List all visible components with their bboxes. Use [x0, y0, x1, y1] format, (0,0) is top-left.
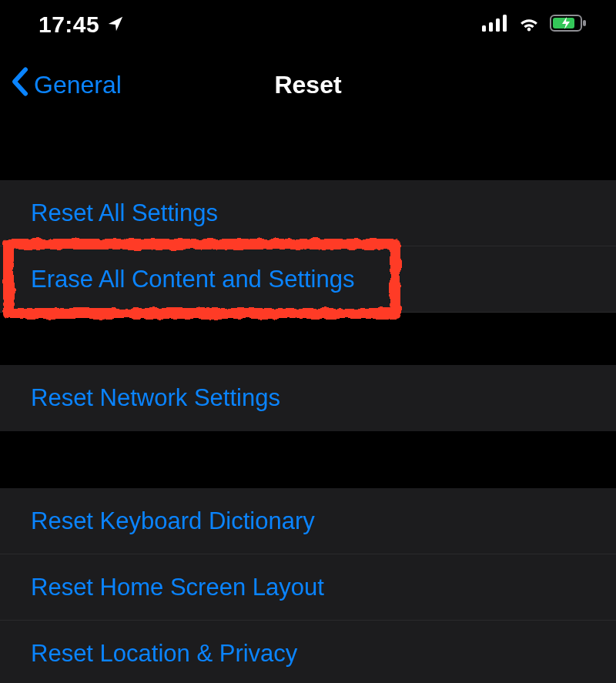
- reset-home-screen-row[interactable]: Reset Home Screen Layout: [0, 554, 616, 621]
- wifi-icon: [517, 15, 541, 35]
- status-bar: 17:45: [0, 0, 616, 49]
- erase-all-content-row[interactable]: Erase All Content and Settings: [0, 246, 616, 313]
- svg-rect-2: [496, 18, 500, 32]
- settings-list: Reset All Settings Erase All Content and…: [0, 120, 616, 683]
- row-label: Reset Network Settings: [31, 384, 280, 412]
- navigation-bar: General Reset: [0, 49, 616, 120]
- row-label: Reset Home Screen Layout: [31, 574, 324, 601]
- svg-rect-0: [482, 25, 486, 32]
- svg-rect-6: [583, 20, 586, 26]
- back-label: General: [34, 71, 122, 99]
- reset-location-privacy-row[interactable]: Reset Location & Privacy: [0, 621, 616, 683]
- reset-keyboard-dictionary-row[interactable]: Reset Keyboard Dictionary: [0, 488, 616, 554]
- chevron-left-icon: [9, 66, 31, 103]
- location-icon: [107, 12, 124, 38]
- back-button[interactable]: General: [9, 66, 122, 103]
- svg-rect-1: [489, 22, 493, 32]
- svg-rect-3: [503, 15, 507, 32]
- cellular-signal-icon: [482, 15, 508, 35]
- reset-all-settings-row[interactable]: Reset All Settings: [0, 180, 616, 246]
- reset-network-settings-row[interactable]: Reset Network Settings: [0, 365, 616, 431]
- row-label: Reset Keyboard Dictionary: [31, 507, 315, 535]
- battery-charging-icon: [550, 14, 587, 35]
- row-label: Reset All Settings: [31, 199, 218, 227]
- row-label: Reset Location & Privacy: [31, 640, 297, 668]
- row-label: Erase All Content and Settings: [31, 266, 354, 293]
- status-time: 17:45: [38, 12, 99, 38]
